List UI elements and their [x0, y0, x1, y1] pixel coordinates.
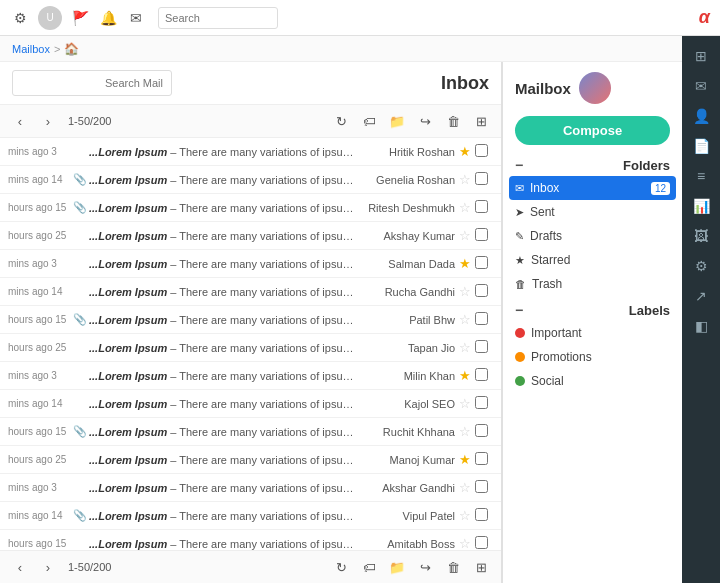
- bottom-tag-button[interactable]: 🏷: [357, 555, 381, 579]
- iconbar-menu[interactable]: ≡: [685, 162, 717, 190]
- refresh-button[interactable]: ↻: [329, 109, 353, 133]
- email-star-icon[interactable]: ☆: [455, 200, 475, 215]
- email-sender: Ruchit Khhana: [355, 426, 455, 438]
- email-row[interactable]: hours ago 15 📎 ...Lorem Ipsum – There ar…: [0, 418, 501, 446]
- email-row[interactable]: hours ago 25 ...Lorem Ipsum – There are …: [0, 222, 501, 250]
- email-row[interactable]: mins ago 3 ...Lorem Ipsum – There are ma…: [0, 250, 501, 278]
- mail-search-input[interactable]: [12, 70, 172, 96]
- email-row[interactable]: mins ago 14 📎 ...Lorem Ipsum – There are…: [0, 502, 501, 530]
- bottom-prev-button[interactable]: ‹: [8, 555, 32, 579]
- sidebar-label-item-important[interactable]: Important: [503, 321, 682, 345]
- sidebar-folder-item-inbox[interactable]: ✉ Inbox 12: [509, 176, 676, 200]
- tag-button[interactable]: 🏷: [357, 109, 381, 133]
- expand-button[interactable]: ⊞: [469, 109, 493, 133]
- iconbar-envelope[interactable]: ✉: [685, 72, 717, 100]
- avatar[interactable]: U: [38, 6, 62, 30]
- email-checkbox[interactable]: [475, 396, 493, 412]
- iconbar-share[interactable]: ↗: [685, 282, 717, 310]
- email-checkbox[interactable]: [475, 424, 493, 440]
- email-row[interactable]: hours ago 15 📎 ...Lorem Ipsum – There ar…: [0, 194, 501, 222]
- email-star-icon[interactable]: ★: [455, 256, 475, 271]
- email-star-icon[interactable]: ☆: [455, 508, 475, 523]
- bottom-forward-button[interactable]: ↪: [413, 555, 437, 579]
- email-star-icon[interactable]: ☆: [455, 424, 475, 439]
- email-star-icon[interactable]: ☆: [455, 284, 475, 299]
- sidebar-folder-item-drafts[interactable]: ✎ Drafts: [503, 224, 682, 248]
- compose-button[interactable]: Compose: [515, 116, 670, 145]
- mail-icon[interactable]: ✉: [126, 8, 146, 28]
- email-checkbox[interactable]: [475, 200, 493, 216]
- sidebar-folder-item-trash[interactable]: 🗑 Trash: [503, 272, 682, 296]
- global-search-input[interactable]: [158, 7, 278, 29]
- email-star-icon[interactable]: ☆: [455, 312, 475, 327]
- iconbar-document[interactable]: 📄: [685, 132, 717, 160]
- email-checkbox[interactable]: [475, 508, 493, 524]
- email-row[interactable]: mins ago 14 ...Lorem Ipsum – There are m…: [0, 390, 501, 418]
- email-row[interactable]: hours ago 15 ...Lorem Ipsum – There are …: [0, 530, 501, 550]
- email-checkbox[interactable]: [475, 340, 493, 356]
- iconbar-people[interactable]: 👤: [685, 102, 717, 130]
- email-row[interactable]: hours ago 15 📎 ...Lorem Ipsum – There ar…: [0, 306, 501, 334]
- email-star-icon[interactable]: ★: [455, 452, 475, 467]
- email-row[interactable]: mins ago 3 ...Lorem Ipsum – There are ma…: [0, 362, 501, 390]
- iconbar-layers[interactable]: ◧: [685, 312, 717, 340]
- iconbar-grid[interactable]: ⊞: [685, 42, 717, 70]
- email-sender: Tapan Jio: [355, 342, 455, 354]
- email-row[interactable]: mins ago 3 ...Lorem Ipsum – There are ma…: [0, 138, 501, 166]
- email-star-icon[interactable]: ☆: [455, 536, 475, 550]
- sidebar-folder-item-sent[interactable]: ➤ Sent: [503, 200, 682, 224]
- sidebar-label-item-promotions[interactable]: Promotions: [503, 345, 682, 369]
- folders-toggle[interactable]: −: [515, 157, 523, 173]
- email-row[interactable]: mins ago 3 ...Lorem Ipsum – There are ma…: [0, 474, 501, 502]
- email-star-icon[interactable]: ☆: [455, 228, 475, 243]
- bottom-move-button[interactable]: 📁: [385, 555, 409, 579]
- email-star-icon[interactable]: ☆: [455, 480, 475, 495]
- email-star-icon[interactable]: ★: [455, 368, 475, 383]
- email-row[interactable]: hours ago 25 ...Lorem Ipsum – There are …: [0, 334, 501, 362]
- flag-icon[interactable]: 🚩: [70, 8, 90, 28]
- label-name: Important: [531, 326, 582, 340]
- email-checkbox[interactable]: [475, 256, 493, 272]
- bottom-expand-button[interactable]: ⊞: [469, 555, 493, 579]
- email-preview: ...Lorem Ipsum – There are many variatio…: [89, 398, 355, 410]
- sidebar-folder-item-starred[interactable]: ★ Starred: [503, 248, 682, 272]
- email-star-icon[interactable]: ☆: [455, 396, 475, 411]
- iconbar-image[interactable]: 🖼: [685, 222, 717, 250]
- email-attach-icon: 📎: [73, 425, 89, 438]
- bottom-refresh-button[interactable]: ↻: [329, 555, 353, 579]
- move-button[interactable]: 📁: [385, 109, 409, 133]
- email-row[interactable]: mins ago 14 ...Lorem Ipsum – There are m…: [0, 278, 501, 306]
- email-checkbox[interactable]: [475, 452, 493, 468]
- email-checkbox[interactable]: [475, 312, 493, 328]
- right-sidebar: Mailbox Compose − Folders ✉ Inbox 12 ➤ S…: [502, 62, 682, 583]
- prev-page-button[interactable]: ‹: [8, 109, 32, 133]
- email-star-icon[interactable]: ☆: [455, 172, 475, 187]
- breadcrumb-mailbox[interactable]: Mailbox: [12, 43, 50, 55]
- iconbar-chart[interactable]: 📊: [685, 192, 717, 220]
- email-row[interactable]: hours ago 25 ...Lorem Ipsum – There are …: [0, 446, 501, 474]
- email-checkbox[interactable]: [475, 284, 493, 300]
- delete-button[interactable]: 🗑: [441, 109, 465, 133]
- email-checkbox[interactable]: [475, 228, 493, 244]
- email-time: mins ago 3: [8, 258, 73, 269]
- email-row[interactable]: mins ago 14 📎 ...Lorem Ipsum – There are…: [0, 166, 501, 194]
- iconbar-settings[interactable]: ⚙: [685, 252, 717, 280]
- settings-icon[interactable]: ⚙: [10, 8, 30, 28]
- sidebar-label-item-social[interactable]: Social: [503, 369, 682, 393]
- email-checkbox[interactable]: [475, 536, 493, 551]
- email-star-icon[interactable]: ★: [455, 144, 475, 159]
- forward-button[interactable]: ↪: [413, 109, 437, 133]
- bottom-delete-button[interactable]: 🗑: [441, 555, 465, 579]
- email-checkbox[interactable]: [475, 480, 493, 496]
- email-time: mins ago 14: [8, 174, 73, 185]
- bottom-next-button[interactable]: ›: [36, 555, 60, 579]
- next-page-button[interactable]: ›: [36, 109, 60, 133]
- notification-icon[interactable]: 🔔: [98, 8, 118, 28]
- folders-section-header: − Folders: [503, 151, 682, 176]
- labels-toggle[interactable]: −: [515, 302, 523, 318]
- email-checkbox[interactable]: [475, 172, 493, 188]
- label-name: Promotions: [531, 350, 592, 364]
- email-checkbox[interactable]: [475, 368, 493, 384]
- email-star-icon[interactable]: ☆: [455, 340, 475, 355]
- email-checkbox[interactable]: [475, 144, 493, 160]
